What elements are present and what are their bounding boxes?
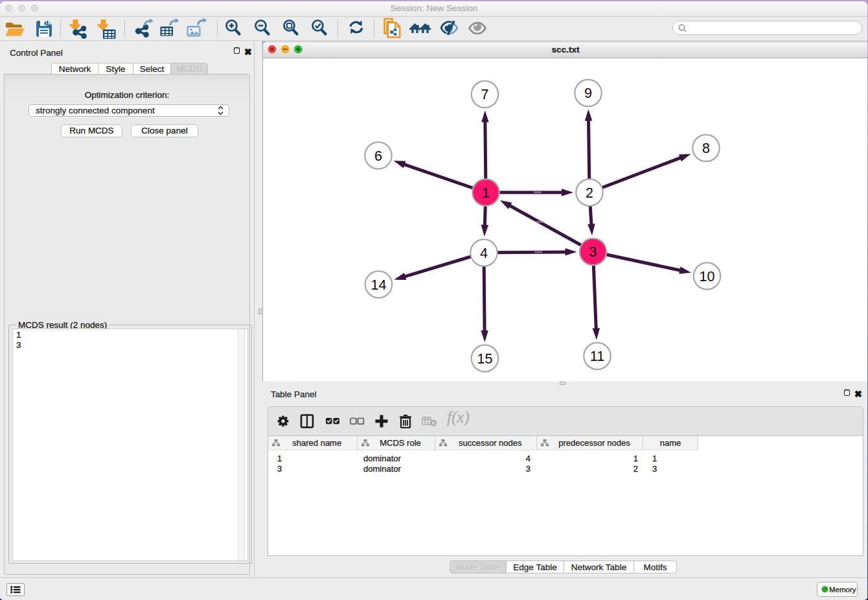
svg-text:4: 4 — [480, 246, 488, 261]
svg-text:9: 9 — [584, 86, 592, 101]
svg-text:6: 6 — [374, 148, 382, 164]
svg-text:10: 10 — [700, 269, 715, 284]
svg-text:3: 3 — [589, 244, 597, 260]
svg-text:7: 7 — [481, 87, 489, 102]
svg-text:11: 11 — [590, 349, 604, 364]
svg-text:8: 8 — [702, 141, 710, 156]
svg-text:2: 2 — [586, 185, 593, 201]
svg-text:1: 1 — [482, 185, 490, 201]
svg-text:14: 14 — [371, 277, 387, 293]
svg-text:15: 15 — [477, 351, 493, 367]
